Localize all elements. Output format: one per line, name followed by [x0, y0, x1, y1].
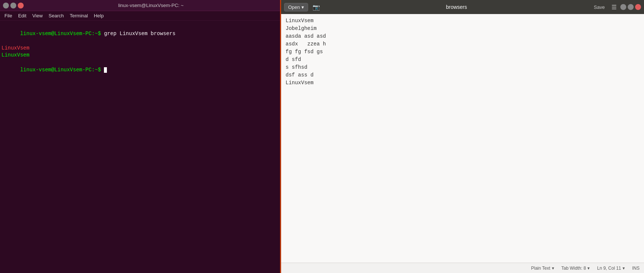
terminal-maximize-button[interactable] — [10, 3, 16, 8]
terminal-prompt-2: linux-vsem@LinuxVsem-PC:~$ — [20, 67, 104, 73]
editor-line: s sfhsd — [286, 64, 640, 71]
editor-close-button[interactable] — [635, 4, 641, 10]
editor-body[interactable]: LinuxVsemJobelgheimaasda asd asdasdx zze… — [281, 14, 644, 263]
editor-window-controls — [620, 4, 641, 10]
editor-window: Open ▾ 📷 browsers Save ☰ LinuxVsemJobelg… — [281, 0, 644, 273]
tab-width-label: Tab Width: 8 — [562, 266, 586, 271]
terminal-output-red: LinuxVsem — [1, 45, 280, 52]
editor-open-label: Open — [288, 4, 300, 10]
editor-line: LinuxVsem — [286, 17, 640, 25]
plain-text-chevron-icon: ▾ — [552, 266, 554, 271]
terminal-titlebar: linux-vsem@LinuxVsem-PC: ~ — [0, 0, 281, 11]
plain-text-status[interactable]: Plain Text ▾ — [531, 266, 554, 271]
editor-title: browsers — [324, 4, 589, 10]
ln-col-label: Ln 9, Col 11 — [597, 266, 621, 271]
terminal-output-green: LinuxVsem — [1, 52, 280, 59]
tab-width-status[interactable]: Tab Width: 8 ▾ — [562, 266, 590, 271]
editor-line: aasda asd asd — [286, 33, 640, 40]
editor-line: d sfd — [286, 56, 640, 64]
editor-minimize-button[interactable] — [620, 4, 626, 10]
terminal-cursor — [104, 67, 107, 73]
terminal-menu-view[interactable]: View — [29, 12, 45, 19]
terminal-line-1: linux-vsem@LinuxVsem-PC:~$ grep LinuxVse… — [1, 23, 280, 45]
terminal-window: linux-vsem@LinuxVsem-PC: ~ File Edit Vie… — [0, 0, 281, 273]
editor-line: LinuxVsem — [286, 79, 640, 87]
editor-camera-icon[interactable]: 📷 — [310, 3, 322, 11]
editor-line: fg fg fsd gs — [286, 48, 640, 56]
editor-line: dsf ass d — [286, 71, 640, 79]
editor-statusbar: Plain Text ▾ Tab Width: 8 ▾ Ln 9, Col 11… — [281, 263, 644, 273]
terminal-menu-search[interactable]: Search — [45, 12, 67, 19]
terminal-prompt-1: linux-vsem@LinuxVsem-PC:~$ — [20, 31, 104, 37]
terminal-command-1: grep LinuxVsem browsers — [104, 31, 175, 37]
terminal-menu-edit[interactable]: Edit — [15, 12, 29, 19]
terminal-menubar: File Edit View Search Terminal Help — [0, 11, 281, 21]
editor-menu-icon[interactable]: ☰ — [610, 3, 618, 11]
terminal-line-prompt: linux-vsem@LinuxVsem-PC:~$ — [1, 59, 280, 81]
chevron-down-icon: ▾ — [301, 4, 304, 10]
ins-label: INS — [632, 266, 640, 271]
editor-maximize-button[interactable] — [628, 4, 634, 10]
terminal-menu-file[interactable]: File — [1, 12, 15, 19]
ln-col-chevron-icon: ▾ — [623, 266, 625, 271]
terminal-title: linux-vsem@LinuxVsem-PC: ~ — [24, 3, 278, 8]
terminal-close-button[interactable] — [18, 3, 24, 8]
plain-text-label: Plain Text — [531, 266, 550, 271]
ins-status: INS — [632, 266, 640, 271]
terminal-menu-help[interactable]: Help — [91, 12, 107, 19]
editor-line: asdx zzea h — [286, 40, 640, 48]
terminal-minimize-button[interactable] — [3, 3, 9, 8]
editor-headerbar: Open ▾ 📷 browsers Save ☰ — [281, 0, 644, 14]
terminal-window-controls — [3, 3, 24, 8]
editor-save-button[interactable]: Save — [591, 3, 608, 11]
tab-width-chevron-icon: ▾ — [587, 266, 590, 271]
terminal-body[interactable]: linux-vsem@LinuxVsem-PC:~$ grep LinuxVse… — [0, 21, 281, 273]
editor-open-button[interactable]: Open ▾ — [284, 3, 308, 11]
editor-line: Jobelgheim — [286, 25, 640, 33]
ln-col-status[interactable]: Ln 9, Col 11 ▾ — [597, 266, 625, 271]
terminal-menu-terminal[interactable]: Terminal — [67, 12, 91, 19]
